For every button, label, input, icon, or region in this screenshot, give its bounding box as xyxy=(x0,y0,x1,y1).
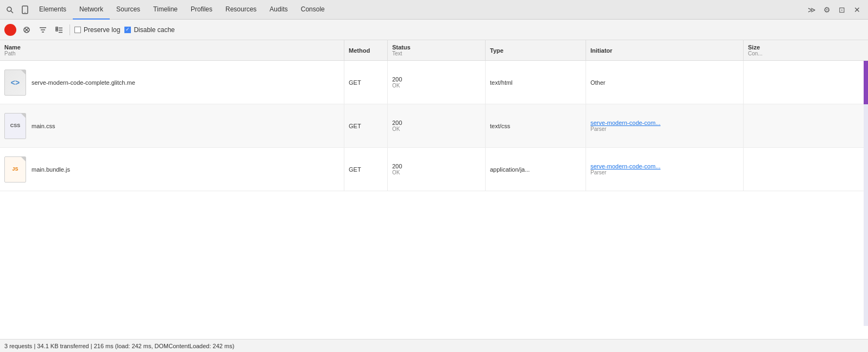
file-icon-html: <> xyxy=(4,70,26,96)
tab-audits[interactable]: Audits xyxy=(263,0,294,20)
cell-name-2: CSS main.css xyxy=(0,104,344,147)
header-status[interactable]: Status Text xyxy=(388,40,486,60)
svg-point-0 xyxy=(7,7,11,11)
tab-sources[interactable]: Sources xyxy=(110,0,147,20)
file-icon-js: JS xyxy=(4,156,26,183)
record-button[interactable] xyxy=(4,24,16,36)
cell-status-1: 200 OK xyxy=(388,61,486,104)
cell-status-2: 200 OK xyxy=(388,104,486,147)
network-table: Name Path Method Status Text Type Initia… xyxy=(0,40,868,339)
tab-network[interactable]: Network xyxy=(73,0,110,20)
tab-profiles[interactable]: Profiles xyxy=(184,0,219,20)
cell-method-1: GET xyxy=(344,61,388,104)
top-nav: Elements Network Sources Timeline Profil… xyxy=(0,0,868,20)
cell-type-2: text/css xyxy=(486,104,586,147)
tab-elements[interactable]: Elements xyxy=(33,0,73,20)
settings-icon[interactable]: ⚙ xyxy=(820,3,833,16)
preserve-log-label[interactable]: Preserve log xyxy=(74,26,120,34)
dock-icon[interactable]: ⊡ xyxy=(835,3,848,16)
header-size[interactable]: Size Con... xyxy=(744,40,787,60)
execute-icon[interactable]: ≫ xyxy=(805,3,818,16)
table-row[interactable]: <> serve-modern-code-complete.glitch.me … xyxy=(0,61,868,104)
status-bar: 3 requests | 34.1 KB transferred | 216 m… xyxy=(0,339,868,352)
cell-status-3: 200 OK xyxy=(388,148,486,191)
header-method[interactable]: Method xyxy=(344,40,388,60)
svg-rect-10 xyxy=(56,27,58,29)
file-icon-css: CSS xyxy=(4,113,26,139)
cell-name-3: JS main.bundle.js xyxy=(0,148,344,191)
close-icon[interactable]: ✕ xyxy=(851,3,864,16)
cell-initiator-2: serve-modern-code-com... Parser xyxy=(586,104,744,147)
svg-rect-11 xyxy=(56,29,58,31)
cell-size-3 xyxy=(744,148,787,191)
cell-type-3: application/ja... xyxy=(486,148,586,191)
scrollbar-thumb[interactable] xyxy=(864,61,868,104)
table-header: Name Path Method Status Text Type Initia… xyxy=(0,40,868,61)
cell-size-2 xyxy=(744,104,787,147)
table-body: <> serve-modern-code-complete.glitch.me … xyxy=(0,61,868,339)
scrollbar-track xyxy=(864,61,868,326)
disable-cache-checkbox[interactable] xyxy=(124,27,131,33)
header-type[interactable]: Type xyxy=(486,40,586,60)
table-row[interactable]: CSS main.css GET 200 OK text/css serve-m… xyxy=(0,104,868,148)
cell-method-2: GET xyxy=(344,104,388,147)
disable-cache-label[interactable]: Disable cache xyxy=(124,26,174,34)
clear-button[interactable] xyxy=(21,24,33,36)
cell-name-1: <> serve-modern-code-complete.glitch.me xyxy=(0,61,344,104)
preserve-log-checkbox[interactable] xyxy=(74,27,81,33)
header-initiator[interactable]: Initiator xyxy=(586,40,744,60)
search-icon[interactable] xyxy=(2,2,17,17)
svg-line-1 xyxy=(11,11,13,13)
list-view-icon[interactable] xyxy=(53,24,65,36)
cell-method-3: GET xyxy=(344,148,388,191)
device-icon[interactable] xyxy=(17,2,33,17)
tab-resources[interactable]: Resources xyxy=(219,0,263,20)
table-row[interactable]: JS main.bundle.js GET 200 OK application… xyxy=(0,148,868,191)
header-name[interactable]: Name Path xyxy=(0,40,344,60)
tab-timeline[interactable]: Timeline xyxy=(147,0,184,20)
tab-console[interactable]: Console xyxy=(294,0,331,20)
cell-type-1: text/html xyxy=(486,61,586,104)
nav-right-icons: ≫ ⚙ ⊡ ✕ xyxy=(805,3,864,16)
filter-icon[interactable] xyxy=(37,24,49,36)
cell-initiator-1: Other xyxy=(586,61,744,104)
cell-size-1 xyxy=(744,61,787,104)
toolbar-separator xyxy=(70,24,70,35)
network-toolbar: Preserve log Disable cache xyxy=(0,20,868,40)
cell-initiator-3: serve-modern-code-com... Parser xyxy=(586,148,744,191)
